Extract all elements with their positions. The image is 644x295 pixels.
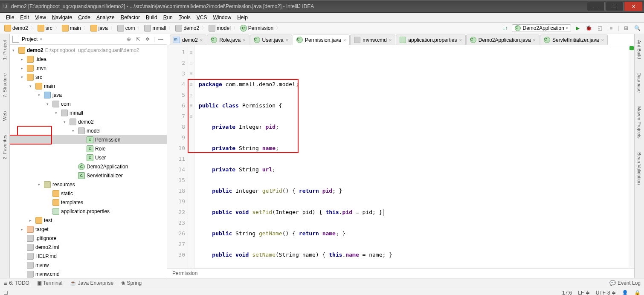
close-tab-icon[interactable]: ×: [389, 38, 392, 43]
status-msg-icon[interactable]: ☐: [3, 290, 8, 295]
tree-item-help-md[interactable]: HELP.md: [10, 252, 167, 260]
toolwindow-bean-validation[interactable]: Bean Validation: [637, 150, 642, 186]
tree-item-model[interactable]: ▾model: [10, 126, 167, 135]
tree-item-application-properties[interactable]: application.properties: [10, 207, 167, 216]
caret-position[interactable]: 17:6: [562, 290, 572, 295]
breadcrumb-src[interactable]: src: [36, 24, 54, 32]
tree-item-demo2application[interactable]: CDemo2Application: [10, 162, 167, 171]
tree-item-role[interactable]: CRole: [10, 144, 167, 153]
breadcrumb-permission[interactable]: CPermission: [238, 24, 275, 32]
tab-role-java[interactable]: CRole.java×: [207, 35, 249, 45]
tab-servletinitializer-java[interactable]: CServletInitializer.java×: [540, 35, 608, 45]
bottom-6--todo[interactable]: ≣ 6: TODO: [3, 280, 29, 286]
menu-view[interactable]: View: [32, 14, 49, 21]
tab-demo2application-java[interactable]: CDemo2Application.java×: [466, 35, 540, 45]
close-tab-icon[interactable]: ×: [533, 38, 536, 43]
gear-icon[interactable]: ✲: [144, 36, 151, 43]
toolwindow-2--favorites[interactable]: 2: Favorites: [2, 133, 7, 161]
toolwindow-1--project[interactable]: 1: Project: [2, 38, 7, 61]
breadcrumb-model[interactable]: model: [207, 24, 232, 32]
menu-window[interactable]: Window: [210, 14, 234, 21]
breadcrumb-mmall[interactable]: mmall: [142, 24, 168, 32]
menu-code[interactable]: Code: [75, 14, 93, 21]
menu-edit[interactable]: Edit: [17, 14, 32, 21]
lock-icon[interactable]: 🔒: [634, 290, 641, 295]
locate-icon[interactable]: ⊕: [125, 36, 132, 43]
toolwindow-database[interactable]: Database: [637, 71, 642, 94]
menu-navigate[interactable]: Navigate: [49, 14, 75, 21]
tree-item-mvnw[interactable]: mvnw: [10, 260, 167, 269]
tree-item--gitignore[interactable]: .gitignore: [10, 234, 167, 243]
tab-application-properties[interactable]: application.properties×: [396, 35, 466, 45]
close-button[interactable]: ✕: [624, 2, 642, 11]
tree-item-demo2-iml[interactable]: demo2.iml: [10, 243, 167, 252]
menu-build[interactable]: Build: [143, 14, 160, 21]
debug-button[interactable]: 🐞: [585, 24, 593, 32]
tree-item-src[interactable]: ▾src: [10, 72, 167, 81]
code-content[interactable]: package com.mmall.demo2.model; public cl…: [194, 45, 629, 268]
structure-button[interactable]: ⊞: [622, 24, 630, 32]
search-button[interactable]: 🔍: [633, 24, 641, 32]
bottom-spring[interactable]: ❀ Spring: [121, 280, 142, 286]
run-button[interactable]: ▶: [574, 24, 582, 32]
tree-item-com[interactable]: ▾com: [10, 99, 167, 108]
inspector-icon[interactable]: 👤: [622, 290, 628, 295]
stop-button[interactable]: ■: [607, 24, 615, 32]
breadcrumb-demo2[interactable]: demo2: [3, 24, 30, 32]
breadcrumb-com[interactable]: com: [116, 24, 137, 32]
run-config-selector[interactable]: C Demo2Application ▾: [512, 24, 571, 32]
project-view-icon[interactable]: [12, 36, 19, 43]
error-stripe[interactable]: [629, 45, 634, 268]
tree-item-target[interactable]: ▸target: [10, 225, 167, 234]
bottom-java-enterprise[interactable]: ☕ Java Enterprise: [70, 280, 113, 286]
tree-item-main[interactable]: ▾main: [10, 81, 167, 90]
tree-item-java[interactable]: ▾java: [10, 90, 167, 99]
menu-file[interactable]: File: [3, 14, 17, 21]
tab-mvnw-cmd[interactable]: mvnw.cmd×: [350, 35, 395, 45]
breadcrumb-java[interactable]: java: [89, 24, 110, 32]
menu-refactor[interactable]: Refactor: [118, 14, 142, 21]
menu-vcs[interactable]: VCS: [194, 14, 210, 21]
tab-demo2[interactable]: mdemo2×: [170, 35, 206, 45]
hide-icon[interactable]: —: [157, 36, 164, 43]
chevron-down-icon[interactable]: ▾: [40, 37, 42, 41]
menu-tools[interactable]: Tools: [176, 14, 193, 21]
collapse-icon[interactable]: ⇱: [135, 36, 142, 43]
editor-breadcrumb[interactable]: Permission: [167, 268, 634, 278]
tree-item-static[interactable]: static: [10, 189, 167, 198]
toolwindow-ant-build[interactable]: Ant Build: [637, 38, 642, 61]
close-tab-icon[interactable]: ×: [286, 38, 288, 43]
project-tree[interactable]: ▾demo2 E:\springboot_ugc\quanxianguanli\…: [10, 45, 167, 278]
tree-item-resources[interactable]: ▾resources: [10, 180, 167, 189]
close-tab-icon[interactable]: ×: [459, 38, 461, 43]
event-log-button[interactable]: 💬 Event Log: [609, 280, 641, 286]
menu-help[interactable]: Help: [235, 14, 250, 21]
tab-permission-java[interactable]: CPermission.java×: [293, 35, 350, 45]
tree-root[interactable]: ▾demo2 E:\springboot_ugc\quanxianguanli\…: [10, 46, 167, 55]
close-tab-icon[interactable]: ×: [200, 38, 203, 43]
coverage-button[interactable]: ◱: [596, 24, 604, 32]
tree-item-permission[interactable]: CPermission: [10, 135, 167, 144]
tree-item-templates[interactable]: templates: [10, 198, 167, 207]
fold-gutter[interactable]: ⊞⊟⊞⊞⊞⊞⊞: [188, 45, 194, 268]
line-separator[interactable]: LF ≑: [578, 290, 589, 295]
sync-icon[interactable]: ↓↑: [501, 24, 509, 32]
tree-item-servletinitializer[interactable]: CServletInitializer: [10, 171, 167, 180]
close-tab-icon[interactable]: ×: [243, 38, 245, 43]
tree-item--mvn[interactable]: ▸.mvn: [10, 64, 167, 72]
toolwindow-maven-projects[interactable]: Maven Projects: [637, 104, 642, 140]
tree-item-demo2[interactable]: ▾demo2: [10, 117, 167, 126]
toolwindow-web[interactable]: Web: [2, 110, 7, 122]
close-tab-icon[interactable]: ×: [343, 38, 346, 43]
tree-item-mvnw-cmd[interactable]: mvnw.cmd: [10, 269, 167, 278]
tree-item--idea[interactable]: ▸.idea: [10, 55, 167, 64]
menu-run[interactable]: Run: [161, 14, 175, 21]
file-encoding[interactable]: UTF-8 ≑: [596, 290, 616, 295]
bottom-terminal[interactable]: ▣ Terminal: [37, 280, 62, 286]
close-tab-icon[interactable]: ×: [601, 38, 603, 43]
tab-user-java[interactable]: CUser.java×: [250, 35, 292, 45]
toolwindow-7--structure[interactable]: 7: Structure: [2, 72, 7, 99]
tree-item-mmall[interactable]: ▾mmall: [10, 108, 167, 117]
maximize-button[interactable]: ☐: [606, 2, 624, 11]
menu-analyze[interactable]: Analyze: [94, 14, 117, 21]
